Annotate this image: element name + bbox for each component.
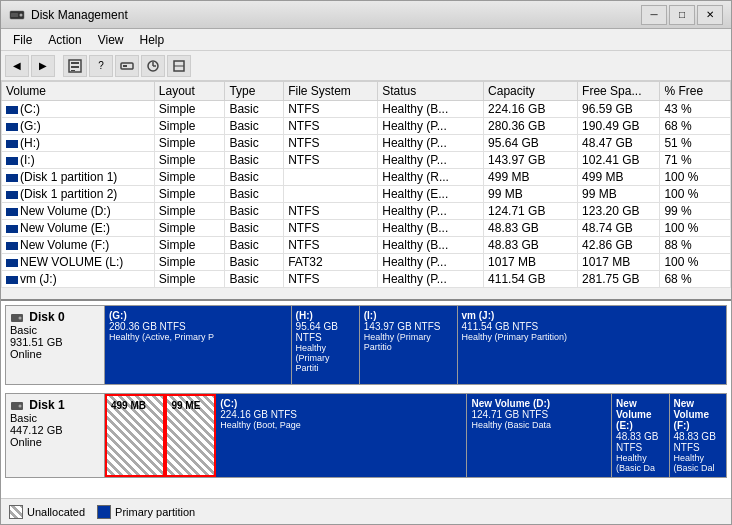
cell-capacity: 95.64 GB (484, 135, 578, 152)
menu-help[interactable]: Help (132, 31, 173, 49)
help-button[interactable]: ? (89, 55, 113, 77)
toolbar-btn3[interactable] (115, 55, 139, 77)
cell-layout: Simple (154, 220, 225, 237)
partition-0-2[interactable]: (I:) 143.97 GB NTFS Healthy (Primary Par… (360, 306, 458, 384)
cell-status: Healthy (P... (378, 203, 484, 220)
partition-0-3[interactable]: vm (J:) 411.54 GB NTFS Healthy (Primary … (458, 306, 726, 384)
partition-1-5[interactable]: New Volume (F:) 48.83 GB NTFS Healthy (B… (670, 394, 726, 477)
main-content: Volume Layout Type File System Status Ca… (1, 81, 731, 524)
cell-volume: (H:) (2, 135, 155, 152)
cell-pct: 68 % (660, 118, 731, 135)
cell-status: Healthy (P... (378, 152, 484, 169)
table-row[interactable]: (G:)SimpleBasicNTFSHealthy (P...280.36 G… (2, 118, 731, 135)
partition-name: (I:) (364, 310, 453, 321)
col-fs[interactable]: File System (284, 82, 378, 101)
minimize-button[interactable]: ─ (641, 5, 667, 25)
partition-size: 95.64 GB NTFS (296, 321, 355, 343)
partition-1-2[interactable]: (C:) 224.16 GB NTFS Healthy (Boot, Page (216, 394, 467, 477)
col-pct[interactable]: % Free (660, 82, 731, 101)
close-button[interactable]: ✕ (697, 5, 723, 25)
partition-0-1[interactable]: (H:) 95.64 GB NTFS Healthy (Primary Part… (292, 306, 360, 384)
legend-primary-box (97, 505, 111, 519)
toolbar-btn4[interactable] (141, 55, 165, 77)
cell-capacity: 143.97 GB (484, 152, 578, 169)
col-volume[interactable]: Volume (2, 82, 155, 101)
svg-rect-5 (71, 66, 79, 68)
menu-file[interactable]: File (5, 31, 40, 49)
cell-volume: New Volume (F:) (2, 237, 155, 254)
cell-type: Basic (225, 220, 284, 237)
partition-name: 99 ME (171, 400, 210, 411)
partition-name: (H:) (296, 310, 355, 321)
cell-free: 48.74 GB (578, 220, 660, 237)
partition-desc: Healthy (Primary Partitio (364, 332, 453, 352)
cell-capacity: 48.83 GB (484, 220, 578, 237)
app-icon (9, 7, 25, 23)
col-type[interactable]: Type (225, 82, 284, 101)
forward-button[interactable]: ▶ (31, 55, 55, 77)
table-row[interactable]: New Volume (F:)SimpleBasicNTFSHealthy (B… (2, 237, 731, 254)
cell-pct: 43 % (660, 101, 731, 118)
partition-size: 48.83 GB NTFS (616, 431, 664, 453)
cell-layout: Simple (154, 135, 225, 152)
table-row[interactable]: (H:)SimpleBasicNTFSHealthy (P...95.64 GB… (2, 135, 731, 152)
table-row[interactable]: (I:)SimpleBasicNTFSHealthy (P...143.97 G… (2, 152, 731, 169)
toolbar-btn5[interactable] (167, 55, 191, 77)
cell-capacity: 280.36 GB (484, 118, 578, 135)
partition-1-0[interactable]: 499 MB (105, 394, 165, 477)
cell-layout: Simple (154, 169, 225, 186)
partition-1-3[interactable]: New Volume (D:) 124.71 GB NTFS Healthy (… (467, 394, 612, 477)
cell-capacity: 48.83 GB (484, 237, 578, 254)
cell-layout: Simple (154, 271, 225, 288)
maximize-button[interactable]: □ (669, 5, 695, 25)
disk-partitions-1: 499 MB 99 ME (C:) 224.16 GB NTFS Healthy… (105, 393, 727, 478)
cell-type: Basic (225, 271, 284, 288)
svg-rect-4 (71, 62, 79, 64)
svg-rect-8 (123, 65, 127, 67)
disk-graphic-area[interactable]: Disk 0 Basic 931.51 GB Online(G:) 280.36… (1, 301, 731, 498)
volume-table-area[interactable]: Volume Layout Type File System Status Ca… (1, 81, 731, 301)
disk-title: Disk 1 (10, 398, 100, 412)
properties-button[interactable] (63, 55, 87, 77)
cell-free: 102.41 GB (578, 152, 660, 169)
cell-volume: NEW VOLUME (L:) (2, 254, 155, 271)
cell-status: Healthy (B... (378, 220, 484, 237)
disk-title: Disk 0 (10, 310, 100, 324)
disk-status: Online (10, 348, 100, 360)
cell-pct: 51 % (660, 135, 731, 152)
toolbar: ◀ ▶ ? (1, 51, 731, 81)
cell-type: Basic (225, 118, 284, 135)
partition-size: 224.16 GB NTFS (220, 409, 462, 420)
disk-label-1: Disk 1 Basic 447.12 GB Online (5, 393, 105, 478)
col-capacity[interactable]: Capacity (484, 82, 578, 101)
table-row[interactable]: (Disk 1 partition 1)SimpleBasicHealthy (… (2, 169, 731, 186)
volume-table: Volume Layout Type File System Status Ca… (1, 81, 731, 288)
cell-volume: (C:) (2, 101, 155, 118)
partition-desc: Healthy (Basic Da (616, 453, 664, 473)
cell-type: Basic (225, 237, 284, 254)
cell-status: Healthy (B... (378, 237, 484, 254)
menu-view[interactable]: View (90, 31, 132, 49)
menu-action[interactable]: Action (40, 31, 89, 49)
partition-name: New Volume (D:) (471, 398, 607, 409)
cell-layout: Simple (154, 101, 225, 118)
col-layout[interactable]: Layout (154, 82, 225, 101)
partition-size: 411.54 GB NTFS (462, 321, 722, 332)
table-row[interactable]: New Volume (E:)SimpleBasicNTFSHealthy (B… (2, 220, 731, 237)
partition-1-1[interactable]: 99 ME (165, 394, 216, 477)
table-row[interactable]: NEW VOLUME (L:)SimpleBasicFAT32Healthy (… (2, 254, 731, 271)
col-status[interactable]: Status (378, 82, 484, 101)
partition-1-4[interactable]: New Volume (E:) 48.83 GB NTFS Healthy (B… (612, 394, 669, 477)
table-row[interactable]: (C:)SimpleBasicNTFSHealthy (B...224.16 G… (2, 101, 731, 118)
disk-type: Basic (10, 324, 100, 336)
partition-0-0[interactable]: (G:) 280.36 GB NTFS Healthy (Active, Pri… (105, 306, 292, 384)
disk-size: 931.51 GB (10, 336, 100, 348)
table-row[interactable]: (Disk 1 partition 2)SimpleBasicHealthy (… (2, 186, 731, 203)
table-row[interactable]: vm (J:)SimpleBasicNTFSHealthy (P...411.5… (2, 271, 731, 288)
back-button[interactable]: ◀ (5, 55, 29, 77)
col-free[interactable]: Free Spa... (578, 82, 660, 101)
cell-pct: 100 % (660, 186, 731, 203)
disk-partitions-0: (G:) 280.36 GB NTFS Healthy (Active, Pri… (105, 305, 727, 385)
cell-volume: (G:) (2, 118, 155, 135)
table-row[interactable]: New Volume (D:)SimpleBasicNTFSHealthy (P… (2, 203, 731, 220)
